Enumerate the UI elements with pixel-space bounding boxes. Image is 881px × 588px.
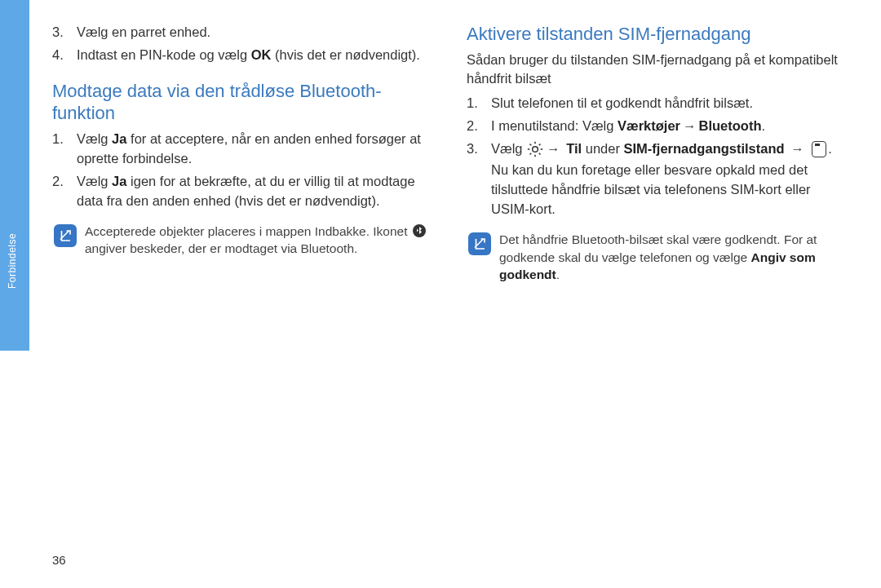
- list-item: 4. Indtast en PIN-kode og vælg OK (hvis …: [52, 46, 434, 65]
- numbered-list: 1. Vælg Ja for at acceptere, når en ande…: [52, 130, 434, 211]
- section-heading: Modtage data via den trådløse Bluetooth-…: [52, 80, 434, 125]
- list-item: 2. Vælg Ja igen for at bekræfte, at du e…: [52, 172, 434, 211]
- list-item: 3. Vælg → Til under SIM-fjernadgangstils…: [467, 139, 848, 219]
- side-tab: Forbindelse: [0, 0, 29, 351]
- note-icon: [468, 232, 491, 255]
- list-text-suffix: .: [828, 141, 832, 156]
- gear-icon: [527, 141, 543, 157]
- intro-text: Sådan bruger du tilstanden SIM-fjernadga…: [467, 51, 848, 90]
- bold-ok: OK: [251, 47, 272, 62]
- note-pre: Accepterede objekter placeres i mappen I…: [85, 224, 411, 238]
- bold-til: Til: [566, 141, 582, 156]
- arrow-icon: →: [683, 118, 697, 133]
- right-column: Aktivere tilstanden SIM-fjernadgang Såda…: [467, 23, 848, 284]
- bold-vaerktoejer: Værktøjer: [618, 118, 680, 133]
- list-item: 2. I menutilstand: Vælg Værktøjer→Blueto…: [467, 117, 848, 136]
- save-icon: [812, 141, 826, 157]
- bold-bluetooth: Bluetooth: [699, 118, 762, 133]
- list-number: 1.: [467, 94, 478, 113]
- note-row: Accepterede objekter placeres i mappen I…: [52, 223, 434, 258]
- bold-sim-mode: SIM-fjernadgangstilstand: [624, 141, 785, 156]
- list-text-suffix: .: [762, 118, 766, 133]
- bold-ja: Ja: [112, 174, 126, 188]
- list-text-prefix: Vælg: [491, 141, 526, 156]
- list-text-suffix: (hvis det er nødvendigt).: [271, 47, 420, 62]
- bold-ja: Ja: [112, 131, 126, 146]
- note-suffix: .: [556, 267, 560, 281]
- list-number: 3.: [52, 23, 64, 42]
- list-text-mid: under: [582, 141, 623, 156]
- arrow-icon: →: [790, 141, 804, 156]
- page-content: 3. Vælg en parret enhed. 4. Indtast en P…: [52, 23, 848, 284]
- page-number: 36: [52, 553, 66, 567]
- note-icon: [54, 224, 77, 247]
- list-number: 2.: [467, 117, 478, 136]
- list-number: 3.: [467, 139, 478, 159]
- list-number: 4.: [52, 46, 64, 65]
- list-text-prefix: Vælg: [77, 131, 112, 146]
- bluetooth-message-icon: [413, 224, 426, 237]
- list-number: 2.: [52, 172, 64, 192]
- list-text-after: Nu kan du kun foretage eller besvare opk…: [491, 161, 848, 219]
- arrow-icon: →: [547, 141, 560, 156]
- list-text-prefix: Vælg: [77, 174, 112, 188]
- list-item: 3. Vælg en parret enhed.: [52, 23, 434, 42]
- numbered-list: 1. Slut telefonen til et godkendt håndfr…: [467, 94, 848, 219]
- list-text: Vælg en parret enhed.: [77, 24, 210, 39]
- note-text: Accepterede objekter placeres i mappen I…: [85, 223, 434, 258]
- continued-list: 3. Vælg en parret enhed. 4. Indtast en P…: [52, 23, 434, 65]
- note-text: Det håndfrie Bluetooth-bilsæt skal være …: [499, 231, 848, 284]
- list-text: Slut telefonen til et godkendt håndfrit …: [491, 95, 753, 110]
- side-tab-label: Forbindelse: [7, 212, 18, 310]
- list-text-suffix: for at acceptere, når en anden enhed for…: [77, 131, 421, 166]
- list-text-prefix: I menutilstand: Vælg: [491, 118, 618, 133]
- list-item: 1. Slut telefonen til et godkendt håndfr…: [467, 94, 848, 113]
- list-item: 1. Vælg Ja for at acceptere, når en ande…: [52, 130, 434, 169]
- list-text-prefix: Indtast en PIN-kode og vælg: [77, 47, 251, 62]
- left-column: 3. Vælg en parret enhed. 4. Indtast en P…: [52, 23, 434, 284]
- list-text-suffix: igen for at bekræfte, at du er villig ti…: [77, 174, 415, 208]
- note-row: Det håndfrie Bluetooth-bilsæt skal være …: [467, 231, 848, 284]
- list-number: 1.: [52, 130, 64, 149]
- note-post: angiver beskeder, der er modtaget via Bl…: [85, 241, 357, 255]
- section-heading: Aktivere tilstanden SIM-fjernadgang: [467, 23, 848, 46]
